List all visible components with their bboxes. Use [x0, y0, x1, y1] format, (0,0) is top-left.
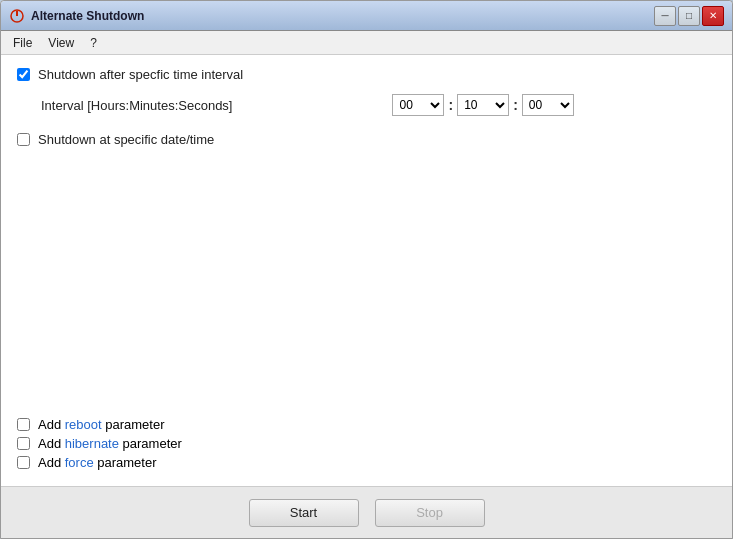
interval-row: Interval [Hours:Minutes:Seconds] 0001020…: [41, 94, 716, 116]
force-label: Add force parameter: [38, 455, 157, 470]
maximize-button[interactable]: □: [678, 6, 700, 26]
hibernate-checkbox[interactable]: [17, 437, 30, 450]
interval-label: Interval [Hours:Minutes:Seconds]: [41, 98, 232, 113]
stop-button[interactable]: Stop: [375, 499, 485, 527]
hours-minutes-separator: :: [448, 97, 453, 113]
shutdown-datetime-row: Shutdown at specific date/time: [17, 132, 716, 147]
window-controls: ─ □ ✕: [654, 6, 724, 26]
minutes-select[interactable]: 0001020304050607080910111213141516171819…: [457, 94, 509, 116]
menu-view[interactable]: View: [40, 34, 82, 52]
minimize-button[interactable]: ─: [654, 6, 676, 26]
hibernate-highlight: hibernate: [65, 436, 119, 451]
reboot-highlight: reboot: [65, 417, 102, 432]
app-icon: [9, 8, 25, 24]
menu-bar: File View ?: [1, 31, 732, 55]
close-button[interactable]: ✕: [702, 6, 724, 26]
menu-help[interactable]: ?: [82, 34, 105, 52]
footer: Start Stop: [1, 486, 732, 538]
shutdown-interval-row: Shutdown after specfic time interval: [17, 67, 716, 82]
force-checkbox[interactable]: [17, 456, 30, 469]
bottom-params: Add reboot parameter Add hibernate param…: [17, 409, 716, 474]
force-highlight: force: [65, 455, 94, 470]
hibernate-label: Add hibernate parameter: [38, 436, 182, 451]
hibernate-param-row: Add hibernate parameter: [17, 436, 716, 451]
shutdown-interval-label: Shutdown after specfic time interval: [38, 67, 243, 82]
window-title: Alternate Shutdown: [31, 9, 654, 23]
shutdown-datetime-checkbox[interactable]: [17, 133, 30, 146]
minutes-seconds-separator: :: [513, 97, 518, 113]
shutdown-interval-checkbox[interactable]: [17, 68, 30, 81]
start-button[interactable]: Start: [249, 499, 359, 527]
force-param-row: Add force parameter: [17, 455, 716, 470]
menu-file[interactable]: File: [5, 34, 40, 52]
main-window: Alternate Shutdown ─ □ ✕ File View ? Shu…: [0, 0, 733, 539]
seconds-select[interactable]: 0001020304050607080910111213141516171819…: [522, 94, 574, 116]
reboot-label: Add reboot parameter: [38, 417, 165, 432]
title-bar: Alternate Shutdown ─ □ ✕: [1, 1, 732, 31]
shutdown-datetime-label: Shutdown at specific date/time: [38, 132, 214, 147]
reboot-param-row: Add reboot parameter: [17, 417, 716, 432]
hours-select[interactable]: 0001020304050607080910111213141516171819…: [392, 94, 444, 116]
reboot-checkbox[interactable]: [17, 418, 30, 431]
main-content: Shutdown after specfic time interval Int…: [1, 55, 732, 486]
interval-selects: 0001020304050607080910111213141516171819…: [392, 94, 573, 116]
